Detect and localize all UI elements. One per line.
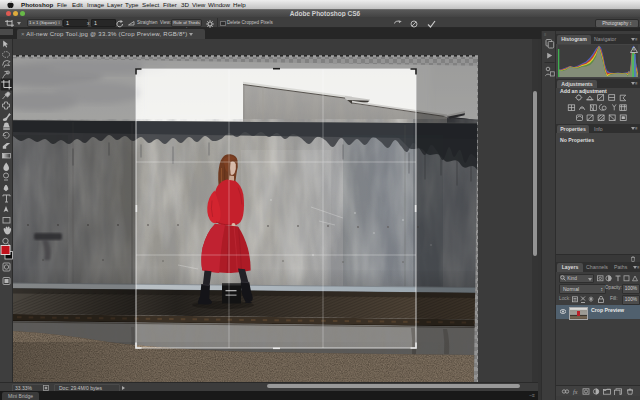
svg-text:fx: fx [573,389,578,395]
